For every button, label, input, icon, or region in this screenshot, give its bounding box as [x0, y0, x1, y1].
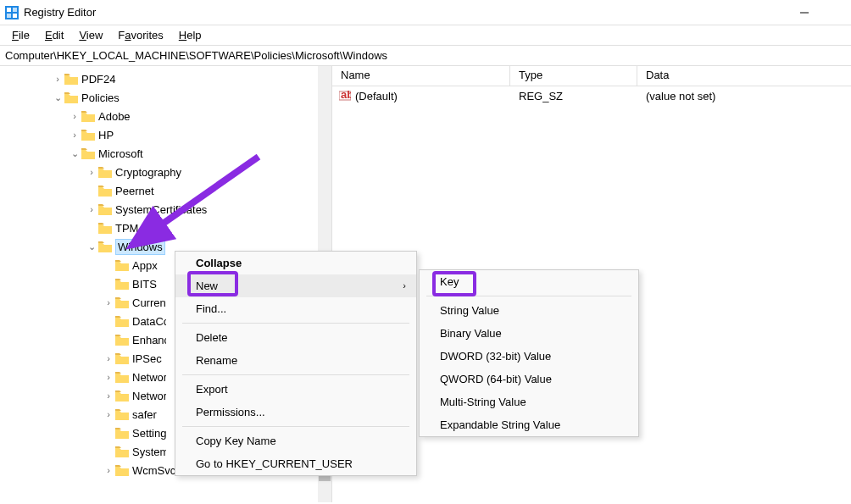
svg-rect-4 — [13, 14, 17, 18]
svg-rect-2 — [13, 8, 17, 12]
ctx-new-qword[interactable]: QWORD (64-bit) Value — [420, 368, 638, 390]
ctx-permissions[interactable]: Permissions... — [175, 401, 416, 424]
context-submenu-new: Key String Value Binary Value DWORD (32-… — [419, 269, 639, 437]
tree-item-pdf24[interactable]: ›PDF24 — [0, 69, 331, 88]
ctx-new-binary[interactable]: Binary Value — [420, 322, 638, 345]
menu-edit[interactable]: Edit — [38, 27, 70, 43]
menu-view[interactable]: View — [72, 27, 109, 43]
menu-favorites[interactable]: Favorites — [111, 27, 170, 43]
ctx-separator — [182, 323, 409, 324]
minimize-button[interactable] — [798, 7, 810, 19]
menubar: File Edit View Favorites Help — [0, 25, 851, 46]
ctx-new-dword[interactable]: DWORD (32-bit) Value — [420, 345, 638, 368]
col-data[interactable]: Data — [637, 66, 851, 86]
string-value-icon: ab — [339, 90, 351, 102]
menu-file[interactable]: File — [5, 27, 36, 43]
window-title: Registry Editor — [24, 6, 798, 19]
svg-rect-1 — [7, 8, 11, 12]
value-table-header: Name Type Data — [332, 66, 851, 86]
ctx-new-multistring[interactable]: Multi-String Value — [420, 390, 638, 413]
ctx-export[interactable]: Export — [175, 378, 416, 401]
value-row-default[interactable]: ab(Default) REG_SZ (value not set) — [332, 86, 851, 105]
ctx-copykey[interactable]: Copy Key Name — [175, 429, 416, 452]
ctx-separator — [182, 426, 409, 427]
close-button[interactable] — [826, 7, 837, 19]
ctx-new-expandable[interactable]: Expandable String Value — [420, 413, 638, 436]
context-menu: Collapse New› Find... Delete Rename Expo… — [175, 251, 417, 476]
ctx-new-string[interactable]: String Value — [420, 299, 638, 322]
svg-rect-3 — [7, 14, 11, 18]
annotation-arrow — [106, 148, 275, 258]
ctx-collapse[interactable]: Collapse — [175, 252, 416, 274]
ctx-separator — [182, 374, 409, 375]
svg-text:ab: ab — [341, 90, 351, 101]
tree-item-policies[interactable]: ⌄Policies — [0, 88, 331, 107]
tree-item-hp[interactable]: ›HP — [0, 125, 331, 144]
ctx-new[interactable]: New› — [175, 274, 416, 297]
ctx-find[interactable]: Find... — [175, 297, 416, 320]
col-type[interactable]: Type — [510, 66, 637, 86]
col-name[interactable]: Name — [332, 66, 510, 86]
tree-item-adobe[interactable]: ›Adobe — [0, 107, 331, 125]
chevron-right-icon: › — [403, 280, 406, 291]
ctx-rename[interactable]: Rename — [175, 349, 416, 372]
ctx-new-key[interactable]: Key — [420, 270, 638, 293]
svg-line-8 — [131, 157, 259, 246]
ctx-delete[interactable]: Delete — [175, 326, 416, 349]
app-icon — [5, 6, 19, 19]
titlebar: Registry Editor — [0, 0, 851, 25]
ctx-goto[interactable]: Go to HKEY_CURRENT_USER — [175, 452, 416, 475]
ctx-separator — [426, 296, 631, 296]
menu-help[interactable]: Help — [172, 27, 209, 43]
address-bar[interactable]: Computer\HKEY_LOCAL_MACHINE\SOFTWARE\Pol… — [0, 46, 851, 66]
